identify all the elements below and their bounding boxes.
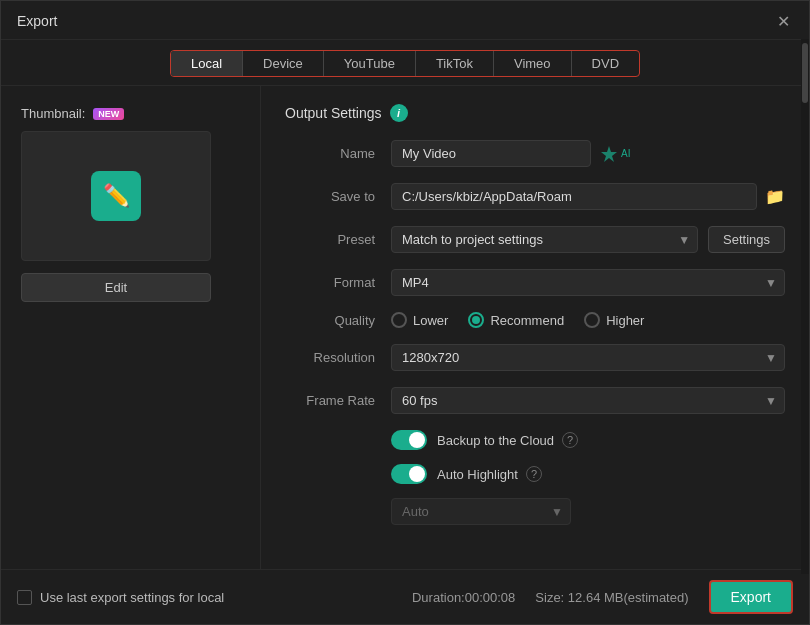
save-path-input[interactable] — [391, 183, 757, 210]
scrollbar-thumb[interactable] — [802, 86, 808, 103]
thumbnail-section: Thumbnail: NEW — [21, 106, 124, 121]
preset-label: Preset — [285, 232, 375, 247]
tab-local[interactable]: Local — [171, 51, 243, 76]
tab-tiktok[interactable]: TikTok — [416, 51, 494, 76]
tabs-container: Local Device YouTube TikTok Vimeo DVD — [170, 50, 640, 77]
frame-rate-select-wrapper: 60 fps ▼ — [391, 387, 785, 414]
quality-recommend-option[interactable]: Recommend — [468, 312, 564, 328]
export-button[interactable]: Export — [709, 580, 793, 614]
save-to-row: Save to 📁 — [285, 183, 785, 210]
thumbnail-preview: ✏️ — [21, 131, 211, 261]
name-label: Name — [285, 146, 375, 161]
name-input[interactable] — [391, 140, 591, 167]
preset-select[interactable]: Match to project settings — [391, 226, 698, 253]
edit-button[interactable]: Edit — [21, 273, 211, 302]
frame-rate-row: Frame Rate 60 fps ▼ — [285, 387, 785, 414]
backup-toggle[interactable] — [391, 430, 427, 450]
backup-label: Backup to the Cloud — [437, 433, 554, 448]
resolution-row: Resolution 1280x720 ▼ — [285, 344, 785, 371]
section-title-text: Output Settings — [285, 105, 382, 121]
tab-dvd[interactable]: DVD — [572, 51, 639, 76]
thumbnail-label-text: Thumbnail: — [21, 106, 85, 121]
title-bar: Export ✕ — [1, 1, 809, 40]
auto-select-wrapper: Auto ▼ — [285, 498, 785, 525]
ai-icon[interactable]: AI — [599, 144, 630, 164]
thumbnail-icon: ✏️ — [91, 171, 141, 221]
quality-lower-option[interactable]: Lower — [391, 312, 448, 328]
quality-higher-option[interactable]: Higher — [584, 312, 644, 328]
bottom-bar: Use last export settings for local Durat… — [1, 569, 809, 624]
left-panel: Thumbnail: NEW ✏️ Edit — [1, 86, 261, 569]
quality-row: Quality Lower Recommend Higher — [285, 312, 785, 328]
tab-youtube[interactable]: YouTube — [324, 51, 416, 76]
quality-lower-radio[interactable] — [391, 312, 407, 328]
quality-recommend-label: Recommend — [490, 313, 564, 328]
resolution-select[interactable]: 1280x720 — [391, 344, 785, 371]
info-icon[interactable]: i — [390, 104, 408, 122]
auto-highlight-help-icon[interactable]: ? — [526, 466, 542, 482]
format-select-wrapper: MP4 ▼ — [391, 269, 785, 296]
preset-row: Preset Match to project settings ▼ Setti… — [285, 226, 785, 253]
size-info: Size: 12.64 MB(estimated) — [535, 590, 688, 605]
use-last-settings-label[interactable]: Use last export settings for local — [17, 590, 224, 605]
content-area: Thumbnail: NEW ✏️ Edit Output Settings i… — [1, 86, 809, 569]
auto-highlight-row: Auto Highlight ? — [285, 464, 785, 484]
format-row: Format MP4 ▼ — [285, 269, 785, 296]
right-panel: Output Settings i Name AI Save to 📁 — [261, 86, 809, 569]
frame-rate-label: Frame Rate — [285, 393, 375, 408]
name-row: Name AI — [285, 140, 785, 167]
new-badge: NEW — [93, 108, 124, 120]
dialog-title: Export — [17, 13, 57, 29]
auto-highlight-toggle[interactable] — [391, 464, 427, 484]
close-button[interactable]: ✕ — [773, 11, 793, 31]
resolution-select-wrapper: 1280x720 ▼ — [391, 344, 785, 371]
save-to-label: Save to — [285, 189, 375, 204]
format-label: Format — [285, 275, 375, 290]
quality-higher-radio[interactable] — [584, 312, 600, 328]
tab-vimeo[interactable]: Vimeo — [494, 51, 572, 76]
backup-help-icon[interactable]: ? — [562, 432, 578, 448]
quality-recommend-radio[interactable] — [468, 312, 484, 328]
size-label: Size: — [535, 590, 564, 605]
settings-button[interactable]: Settings — [708, 226, 785, 253]
quality-higher-label: Higher — [606, 313, 644, 328]
resolution-label: Resolution — [285, 350, 375, 365]
quality-label: Quality — [285, 313, 375, 328]
quality-lower-label: Lower — [413, 313, 448, 328]
format-select[interactable]: MP4 — [391, 269, 785, 296]
quality-options: Lower Recommend Higher — [391, 312, 644, 328]
duration-value: 00:00:08 — [465, 590, 516, 605]
size-value: 12.64 MB(estimated) — [568, 590, 689, 605]
preset-select-wrapper: Match to project settings ▼ — [391, 226, 698, 253]
scrollbar-track[interactable] — [801, 86, 809, 569]
tab-device[interactable]: Device — [243, 51, 324, 76]
duration-label: Duration: — [412, 590, 465, 605]
frame-rate-select[interactable]: 60 fps — [391, 387, 785, 414]
use-last-checkbox[interactable] — [17, 590, 32, 605]
folder-icon[interactable]: 📁 — [765, 187, 785, 206]
auto-select[interactable]: Auto — [391, 498, 571, 525]
bottom-info: Duration:00:00:08 Size: 12.64 MB(estimat… — [412, 580, 793, 614]
export-dialog: Export ✕ Local Device YouTube TikTok Vim… — [0, 0, 810, 625]
auto-highlight-label: Auto Highlight — [437, 467, 518, 482]
tabs-bar: Local Device YouTube TikTok Vimeo DVD — [1, 40, 809, 86]
duration-info: Duration:00:00:08 — [412, 590, 515, 605]
section-title: Output Settings i — [285, 104, 785, 122]
use-last-text: Use last export settings for local — [40, 590, 224, 605]
backup-row: Backup to the Cloud ? — [285, 430, 785, 450]
